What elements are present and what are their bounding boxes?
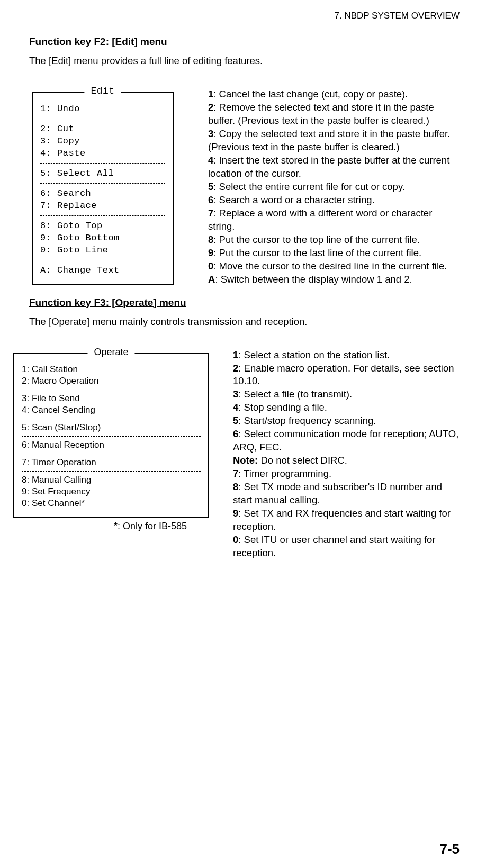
menu-item: 4: Paste	[40, 147, 165, 159]
description-key: 3	[208, 128, 213, 139]
menu-item: 4: Cancel Sending	[22, 404, 201, 416]
description-key: 5	[233, 415, 238, 426]
edit-menu-box: Edit 1: Undo2: Cut3: Copy4: Paste5: Sele…	[32, 92, 174, 285]
description-key: 5	[208, 181, 213, 192]
description-item: 5: Select the entire current file for cu…	[208, 180, 460, 194]
description-item: Note: Do not select DIRC.	[233, 454, 460, 467]
description-item: 9: Put the cursor to the last line of th…	[208, 247, 460, 260]
description-item: 4: Insert the text stored in the paste b…	[208, 154, 460, 180]
menu-divider	[40, 163, 165, 164]
operate-menu-body: 1: Call Station2: Macro Operation3: File…	[22, 364, 201, 509]
menu-item: 7: Timer Operation	[22, 457, 201, 468]
operate-menu-column: Operate 1: Call Station2: Macro Operatio…	[29, 349, 209, 532]
menu-item: 3: File to Send	[22, 393, 201, 404]
menu-item: 5: Select All	[40, 167, 165, 179]
description-item: 1: Cancel the last change (cut, copy or …	[208, 88, 460, 101]
menu-item: 8: Goto Top	[40, 220, 165, 232]
menu-item: 9: Goto Bottom	[40, 232, 165, 244]
menu-item: 6: Manual Reception	[22, 439, 201, 451]
description-item: 7: Timer programming.	[233, 467, 460, 481]
menu-divider	[40, 215, 165, 216]
menu-item: 5: Scan (Start/Stop)	[22, 422, 201, 433]
description-item: 3: Copy the selected text and store it i…	[208, 128, 460, 154]
description-item: 8: Set TX mode and subscriber's ID numbe…	[233, 481, 460, 507]
menu-divider	[22, 471, 201, 472]
menu-divider	[22, 390, 201, 390]
description-item: 0: Move the cursor to the desired line i…	[208, 260, 460, 273]
menu-divider	[22, 436, 201, 437]
description-key: 7	[208, 207, 213, 219]
edit-menu-legend: Edit	[84, 86, 121, 96]
row-edit: Edit 1: Undo2: Cut3: Copy4: Paste5: Sele…	[29, 88, 460, 286]
description-item: 6: Search a word or a character string.	[208, 194, 460, 207]
description-key: 8	[208, 234, 213, 245]
description-key: 7	[233, 468, 238, 479]
menu-item: 2: Macro Operation	[22, 375, 201, 387]
description-key: 6	[233, 428, 238, 439]
description-key: 0	[208, 260, 213, 272]
edit-descriptions: 1: Cancel the last change (cut, copy or …	[208, 88, 460, 286]
description-key: 4	[233, 402, 238, 413]
description-item: 2: Enable macro operation. For details, …	[233, 362, 460, 388]
edit-menu-body: 1: Undo2: Cut3: Copy4: Paste5: Select Al…	[40, 103, 165, 276]
menu-item: 2: Cut	[40, 123, 165, 135]
description-key: 1	[233, 349, 238, 360]
menu-item: 7: Replace	[40, 200, 165, 212]
description-item: 9: Set TX and RX frequencies and start w…	[233, 507, 460, 534]
menu-divider	[40, 119, 165, 119]
menu-divider	[40, 183, 165, 184]
menu-item: 9: Set Frequency	[22, 486, 201, 498]
menu-divider	[22, 419, 201, 419]
description-key: 9	[208, 247, 213, 258]
description-item: 0: Set ITU or user channel and start wai…	[233, 534, 460, 560]
description-item: 6: Select communication mode for recepti…	[233, 428, 460, 454]
menu-item: 8: Manual Calling	[22, 474, 201, 486]
description-key: 8	[233, 481, 238, 492]
running-head: 7. NBDP SYSTEM OVERVIEW	[29, 11, 460, 21]
operate-descriptions: 1: Select a station on the station list.…	[233, 349, 460, 560]
description-key: 0	[233, 534, 238, 545]
description-key: 2	[208, 102, 213, 113]
description-item: 3: Select a file (to transmit).	[233, 388, 460, 401]
menu-item: 0: Set Channel*	[22, 498, 201, 509]
operate-menu-box: Operate 1: Call Station2: Macro Operatio…	[13, 353, 209, 518]
intro-edit: The [Edit] menu provides a full line of …	[29, 55, 460, 67]
description-key: 4	[208, 155, 213, 166]
description-key: 6	[208, 194, 213, 205]
description-item: 8: Put the cursor to the top line of the…	[208, 233, 460, 247]
description-item: A: Switch between the display window 1 a…	[208, 273, 460, 286]
menu-item: 1: Call Station	[22, 364, 201, 375]
description-key: Note:	[233, 455, 258, 466]
operate-footnote: *: Only for IB-585	[114, 521, 209, 532]
description-key: 2	[233, 363, 238, 374]
page: 7. NBDP SYSTEM OVERVIEW Function key F2:…	[0, 0, 486, 868]
description-key: A	[208, 274, 215, 285]
menu-item: 0: Goto Line	[40, 244, 165, 256]
row-operate: Operate 1: Call Station2: Macro Operatio…	[29, 349, 460, 560]
page-number: 7-5	[439, 841, 460, 857]
description-item: 5: Start/stop frequency scanning.	[233, 414, 460, 428]
intro-operate: The [Operate] menu mainly controls trans…	[29, 316, 460, 328]
description-key: 9	[233, 508, 238, 519]
menu-item: 6: Search	[40, 187, 165, 200]
description-item: 7: Replace a word with a different word …	[208, 207, 460, 233]
menu-item: 3: Copy	[40, 135, 165, 147]
description-item: 2: Remove the selected text and store it…	[208, 101, 460, 128]
description-key: 1	[208, 88, 213, 100]
heading-edit-menu: Function key F2: [Edit] menu	[29, 36, 460, 48]
description-item: 1: Select a station on the station list.	[233, 349, 460, 362]
heading-operate-menu: Function key F3: [Operate] menu	[29, 297, 460, 309]
operate-menu-legend: Operate	[87, 347, 134, 358]
menu-item: 1: Undo	[40, 103, 165, 115]
menu-divider	[22, 454, 201, 454]
edit-menu-column: Edit 1: Undo2: Cut3: Copy4: Paste5: Sele…	[29, 88, 174, 285]
menu-item: A: Change Text	[40, 264, 165, 276]
menu-divider	[40, 260, 165, 260]
description-item: 4: Stop sending a file.	[233, 401, 460, 414]
description-key: 3	[233, 388, 238, 400]
